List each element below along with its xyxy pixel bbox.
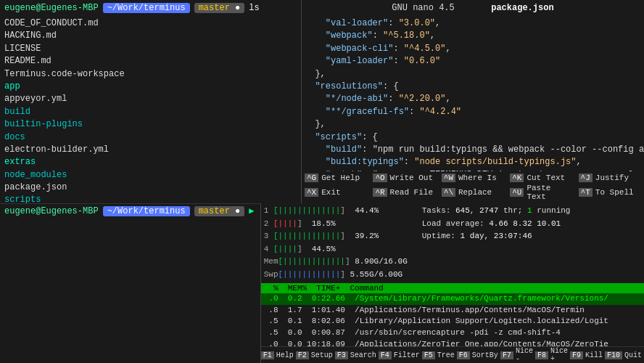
file-item[interactable]: package.json — [4, 182, 297, 194]
file-item[interactable]: extras — [4, 156, 297, 168]
ctrl-key: ^K — [510, 174, 524, 182]
ctrl-label: Replace — [458, 188, 492, 197]
file-item[interactable]: electron-builder.yml — [4, 144, 297, 156]
htop-fn-item[interactable]: F10Quit — [605, 347, 644, 363]
file-item[interactable]: Terminus.code-workspace — [4, 68, 297, 81]
nano-ctrl-item: ^GGet Help — [302, 173, 370, 183]
load-stat: Load average: 4.66 8.32 10.01 — [422, 218, 571, 231]
editor-line: "webpack-cli": "^4.5.0", — [305, 43, 641, 55]
ctrl-key: ^T — [579, 188, 593, 197]
file-item[interactable]: README.md — [4, 55, 297, 68]
ctrl-key: ^O — [373, 174, 387, 182]
nano-ctrl-item: ^\Replace — [439, 183, 507, 202]
fn-label: Search — [348, 351, 379, 359]
ctrl-key: ^U — [510, 188, 524, 197]
nano-ctrl-item: ^OWrite Out — [370, 173, 438, 183]
proc-row: .5 0.0 0:00.87 /usr/sbin/screencapture -… — [261, 327, 644, 339]
ctrl-label: Justify — [595, 174, 629, 182]
editor-content: "val-loader": "3.0.0", "webpack": "^5.18… — [302, 16, 644, 171]
fn-label: Setup — [309, 351, 335, 359]
ctrl-label: Where Is — [458, 174, 497, 182]
htop-bar: 3 [|||||||||||||] 39.2% — [264, 230, 408, 243]
ctrl-key: ^J — [579, 174, 593, 182]
ctrl-label: To Spell — [595, 188, 634, 197]
file-item[interactable]: HACKING.md — [4, 30, 297, 42]
file-item[interactable]: app — [4, 81, 297, 93]
htop-fn-item[interactable]: F2Setup — [296, 347, 335, 363]
bottom-shell: eugene@Eugenes-MBP ~/Work/terminus maste… — [0, 203, 260, 363]
prompt-user: eugene@Eugenes-MBP — [4, 3, 99, 13]
editor-line: "build": "npm run build:typings && webpa… — [305, 144, 641, 156]
editor-panel: "val-loader": "3.0.0", "webpack": "^5.18… — [302, 16, 644, 203]
htop-fn-item[interactable]: F3Search — [335, 347, 379, 363]
editor-line: "**/graceful-fs": "^4.2.4" — [305, 106, 641, 118]
bottom-prompt-user: eugene@Eugenes-MBP — [4, 206, 99, 216]
file-list-panel: CODE_OF_CONDUCT.mdHACKING.mdLICENSEREADM… — [0, 16, 301, 203]
htop-bar: 2 [||||] 18.5% — [264, 218, 408, 231]
nano-ctrl-item: ^UPaste Text — [507, 183, 575, 202]
file-item[interactable]: appveyor.yml — [4, 93, 297, 105]
fn-key: F2 — [296, 351, 309, 359]
nano-ctrl-item: ^RRead File — [370, 183, 438, 202]
proc-header: % MEM% TIME+ Command — [261, 283, 644, 293]
editor-line: "scripts": { — [305, 131, 641, 144]
nano-ctrl-item: ^XExit — [302, 183, 370, 202]
editor-line: "val-loader": "3.0.0", — [305, 17, 641, 30]
file-item[interactable]: scripts — [4, 194, 297, 203]
ctrl-label: Read File — [390, 188, 433, 197]
fn-label: Nice + — [548, 347, 570, 363]
file-item[interactable]: builtin-plugins — [4, 118, 297, 131]
editor-line: }, — [305, 118, 641, 131]
fn-label: Help — [274, 351, 296, 359]
editor-line: "*/node-abi": "^2.20.0", — [305, 93, 641, 105]
proc-rows: .0 0.2 0:22.66 /System/Library/Framework… — [261, 293, 644, 346]
file-item[interactable]: docs — [4, 131, 297, 144]
nano-ctrl-item: ^WWhere Is — [439, 173, 507, 183]
file-item[interactable]: build — [4, 106, 297, 118]
fn-key: F8 — [535, 351, 548, 359]
ctrl-key: ^R — [373, 188, 387, 197]
htop-fn-item[interactable]: F5Tree — [422, 347, 457, 363]
ctrl-label: Get Help — [321, 174, 360, 182]
ctrl-label: Cut Text — [527, 174, 565, 182]
htop-fn-item[interactable]: F7Nice - — [500, 347, 535, 363]
fn-label: Nice - — [513, 347, 535, 363]
file-item[interactable]: node_modules — [4, 169, 297, 182]
htop-swp: Swp[||||||||||||] 5.55G/6.00G — [264, 269, 408, 282]
ctrl-key: ^X — [305, 188, 318, 197]
fn-label: SortBy — [470, 351, 500, 359]
htop-fn-bar: F1HelpF2SetupF3SearchF4FilterF5TreeF6Sor… — [261, 346, 644, 363]
fn-label: Quit — [622, 351, 644, 359]
editor-line: "yaml-loader": "0.6.0" — [305, 55, 641, 68]
fn-key: F3 — [335, 351, 348, 359]
ctrl-key: ^G — [305, 174, 318, 182]
prompt-branch: master ● — [194, 3, 245, 13]
fn-key: F10 — [605, 351, 622, 359]
left-top-bar: eugene@Eugenes-MBP ~/Work/terminus maste… — [0, 0, 301, 16]
right-top-bar: GNU nano 4.5 package.json — [302, 0, 644, 16]
file-item[interactable]: CODE_OF_CONDUCT.md — [4, 17, 297, 30]
file-item[interactable]: LICENSE — [4, 43, 297, 55]
bottom-area: eugene@Eugenes-MBP ~/Work/terminus maste… — [0, 203, 644, 363]
proc-row: .0 0.2 0:22.66 /System/Library/Framework… — [261, 293, 644, 305]
htop-bars: 1 [|||||||||||||] 44.4%2 [||||] 18.5%3 [… — [261, 203, 644, 283]
htop-fn-item[interactable]: F8Nice + — [535, 347, 570, 363]
bottom-prompt-branch: master ● — [194, 206, 245, 216]
uptime-stat: Uptime: 1 day, 23:07:46 — [422, 230, 571, 243]
proc-row: .0 0.0 10:18.09 /Applications/ZeroTier O… — [261, 339, 644, 346]
ctrl-label: Exit — [321, 188, 340, 197]
proc-row: .5 0.1 8:02.06 /Library/Application Supp… — [261, 316, 644, 327]
htop-fn-item[interactable]: F1Help — [261, 347, 296, 363]
ctrl-label: Paste Text — [527, 184, 572, 201]
nano-ctrl-item: ^JJustify — [576, 173, 644, 183]
htop-fn-item[interactable]: F4Filter — [379, 347, 422, 363]
fn-label: Tree — [435, 351, 457, 359]
fn-key: F9 — [570, 351, 583, 359]
editor-line: "webpack": "^5.18.0", — [305, 30, 641, 42]
htop-fn-item[interactable]: F9Kill — [570, 347, 605, 363]
htop-fn-item[interactable]: F6SortBy — [457, 347, 500, 363]
nano-ctrl-item: ^KCut Text — [507, 173, 575, 183]
htop-mem: Mem[|||||||||||||] 8.90G/16.0G — [264, 256, 408, 269]
fn-key: F7 — [500, 351, 513, 359]
editor-line: }, — [305, 68, 641, 81]
